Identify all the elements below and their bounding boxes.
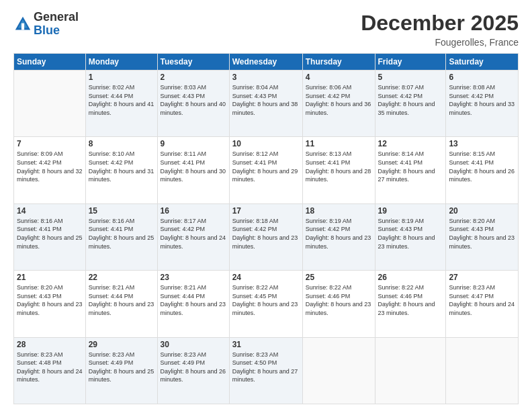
table-row: 2Sunrise: 8:03 AMSunset: 4:43 PMDaylight… (157, 71, 229, 137)
table-row: 29Sunrise: 8:23 AMSunset: 4:49 PMDayligh… (85, 337, 157, 404)
day-info: Sunrise: 8:04 AMSunset: 4:43 PMDaylight:… (232, 83, 300, 117)
day-number: 17 (232, 206, 300, 216)
table-row: 24Sunrise: 8:22 AMSunset: 4:45 PMDayligh… (229, 271, 302, 337)
day-number: 18 (306, 206, 372, 216)
day-number: 22 (89, 273, 154, 282)
table-row: 1Sunrise: 8:02 AMSunset: 4:44 PMDaylight… (85, 71, 157, 137)
day-info: Sunrise: 8:20 AMSunset: 4:43 PMDaylight:… (449, 217, 515, 250)
day-number: 21 (17, 273, 83, 282)
day-info: Sunrise: 8:21 AMSunset: 4:44 PMDaylight:… (89, 283, 154, 317)
table-row: 11Sunrise: 8:13 AMSunset: 4:41 PMDayligh… (302, 137, 375, 203)
day-info: Sunrise: 8:12 AMSunset: 4:41 PMDaylight:… (232, 150, 300, 183)
table-row (14, 71, 86, 137)
table-row: 5Sunrise: 8:07 AMSunset: 4:42 PMDaylight… (375, 71, 446, 137)
table-row: 26Sunrise: 8:22 AMSunset: 4:46 PMDayligh… (375, 271, 446, 337)
day-info: Sunrise: 8:13 AMSunset: 4:41 PMDaylight:… (306, 150, 372, 183)
day-info: Sunrise: 8:11 AMSunset: 4:41 PMDaylight:… (161, 150, 226, 183)
day-number: 20 (449, 206, 515, 216)
day-info: Sunrise: 8:19 AMSunset: 4:43 PMDaylight:… (378, 217, 443, 250)
logo-general: General (34, 11, 79, 24)
logo-blue: Blue (34, 24, 79, 38)
day-info: Sunrise: 8:08 AMSunset: 4:42 PMDaylight:… (449, 83, 515, 117)
day-number: 29 (89, 340, 154, 349)
table-row: 30Sunrise: 8:23 AMSunset: 4:49 PMDayligh… (157, 337, 229, 404)
day-number: 25 (306, 273, 372, 282)
day-number: 30 (161, 340, 226, 349)
table-row (375, 337, 446, 404)
day-number: 3 (232, 73, 300, 82)
table-row: 25Sunrise: 8:22 AMSunset: 4:46 PMDayligh… (302, 271, 375, 337)
table-row: 6Sunrise: 8:08 AMSunset: 4:42 PMDaylight… (446, 71, 519, 137)
col-thursday: Thursday (302, 54, 375, 71)
day-info: Sunrise: 8:07 AMSunset: 4:42 PMDaylight:… (378, 83, 443, 117)
day-number: 11 (306, 139, 372, 148)
day-number: 14 (17, 206, 83, 216)
col-monday: Monday (85, 54, 157, 71)
col-saturday: Saturday (446, 54, 519, 71)
page: General Blue December 2025 Fougerolles, … (0, 0, 532, 411)
day-number: 23 (161, 273, 226, 282)
table-row: 10Sunrise: 8:12 AMSunset: 4:41 PMDayligh… (229, 137, 302, 203)
day-number: 2 (161, 73, 226, 82)
table-row: 23Sunrise: 8:21 AMSunset: 4:44 PMDayligh… (157, 271, 229, 337)
calendar-week-row: 1Sunrise: 8:02 AMSunset: 4:44 PMDaylight… (14, 71, 519, 137)
day-info: Sunrise: 8:14 AMSunset: 4:41 PMDaylight:… (378, 150, 443, 183)
day-number: 7 (17, 139, 83, 148)
table-row: 8Sunrise: 8:10 AMSunset: 4:42 PMDaylight… (85, 137, 157, 203)
day-number: 13 (449, 139, 515, 148)
calendar-table: Sunday Monday Tuesday Wednesday Thursday… (13, 53, 519, 404)
day-number: 12 (378, 139, 443, 148)
day-number: 28 (17, 340, 83, 349)
table-row: 20Sunrise: 8:20 AMSunset: 4:43 PMDayligh… (446, 203, 519, 270)
header: General Blue December 2025 Fougerolles, … (13, 11, 519, 48)
header-row: Sunday Monday Tuesday Wednesday Thursday… (14, 54, 519, 71)
day-number: 8 (89, 139, 154, 148)
day-info: Sunrise: 8:17 AMSunset: 4:42 PMDaylight:… (161, 217, 226, 250)
day-number: 31 (232, 340, 300, 349)
table-row: 15Sunrise: 8:16 AMSunset: 4:41 PMDayligh… (85, 203, 157, 270)
day-info: Sunrise: 8:22 AMSunset: 4:46 PMDaylight:… (306, 283, 372, 317)
col-friday: Friday (375, 54, 446, 71)
day-info: Sunrise: 8:16 AMSunset: 4:41 PMDaylight:… (89, 217, 154, 250)
table-row: 27Sunrise: 8:23 AMSunset: 4:47 PMDayligh… (446, 271, 519, 337)
table-row: 9Sunrise: 8:11 AMSunset: 4:41 PMDaylight… (157, 137, 229, 203)
table-row: 13Sunrise: 8:15 AMSunset: 4:41 PMDayligh… (446, 137, 519, 203)
day-info: Sunrise: 8:19 AMSunset: 4:42 PMDaylight:… (306, 217, 372, 250)
col-wednesday: Wednesday (229, 54, 302, 71)
day-info: Sunrise: 8:15 AMSunset: 4:41 PMDaylight:… (449, 150, 515, 183)
calendar-week-row: 28Sunrise: 8:23 AMSunset: 4:48 PMDayligh… (14, 337, 519, 404)
table-row: 14Sunrise: 8:16 AMSunset: 4:41 PMDayligh… (14, 203, 86, 270)
day-number: 9 (161, 139, 226, 148)
table-row: 12Sunrise: 8:14 AMSunset: 4:41 PMDayligh… (375, 137, 446, 203)
table-row (302, 337, 375, 404)
day-info: Sunrise: 8:23 AMSunset: 4:49 PMDaylight:… (89, 351, 154, 384)
day-info: Sunrise: 8:23 AMSunset: 4:47 PMDaylight:… (449, 283, 515, 317)
table-row: 17Sunrise: 8:18 AMSunset: 4:42 PMDayligh… (229, 203, 302, 270)
day-info: Sunrise: 8:22 AMSunset: 4:46 PMDaylight:… (378, 283, 443, 317)
table-row: 18Sunrise: 8:19 AMSunset: 4:42 PMDayligh… (302, 203, 375, 270)
day-info: Sunrise: 8:03 AMSunset: 4:43 PMDaylight:… (161, 83, 226, 117)
day-info: Sunrise: 8:02 AMSunset: 4:44 PMDaylight:… (89, 83, 154, 117)
table-row: 31Sunrise: 8:23 AMSunset: 4:50 PMDayligh… (229, 337, 302, 404)
day-number: 1 (89, 73, 154, 82)
day-number: 19 (378, 206, 443, 216)
day-number: 6 (449, 73, 515, 82)
table-row: 19Sunrise: 8:19 AMSunset: 4:43 PMDayligh… (375, 203, 446, 270)
day-info: Sunrise: 8:21 AMSunset: 4:44 PMDaylight:… (161, 283, 226, 317)
day-number: 26 (378, 273, 443, 282)
day-info: Sunrise: 8:20 AMSunset: 4:43 PMDaylight:… (17, 283, 83, 317)
month-title: December 2025 (361, 11, 519, 36)
day-number: 10 (232, 139, 300, 148)
calendar-week-row: 21Sunrise: 8:20 AMSunset: 4:43 PMDayligh… (14, 271, 519, 337)
calendar-week-row: 14Sunrise: 8:16 AMSunset: 4:41 PMDayligh… (14, 203, 519, 270)
day-info: Sunrise: 8:23 AMSunset: 4:48 PMDaylight:… (17, 351, 83, 384)
day-info: Sunrise: 8:23 AMSunset: 4:49 PMDaylight:… (161, 351, 226, 384)
table-row: 7Sunrise: 8:09 AMSunset: 4:42 PMDaylight… (14, 137, 86, 203)
col-sunday: Sunday (14, 54, 86, 71)
logo-icon (13, 15, 32, 34)
day-info: Sunrise: 8:06 AMSunset: 4:42 PMDaylight:… (306, 83, 372, 117)
logo: General Blue (13, 11, 79, 38)
day-info: Sunrise: 8:10 AMSunset: 4:42 PMDaylight:… (89, 150, 154, 183)
day-number: 16 (161, 206, 226, 216)
day-info: Sunrise: 8:16 AMSunset: 4:41 PMDaylight:… (17, 217, 83, 250)
